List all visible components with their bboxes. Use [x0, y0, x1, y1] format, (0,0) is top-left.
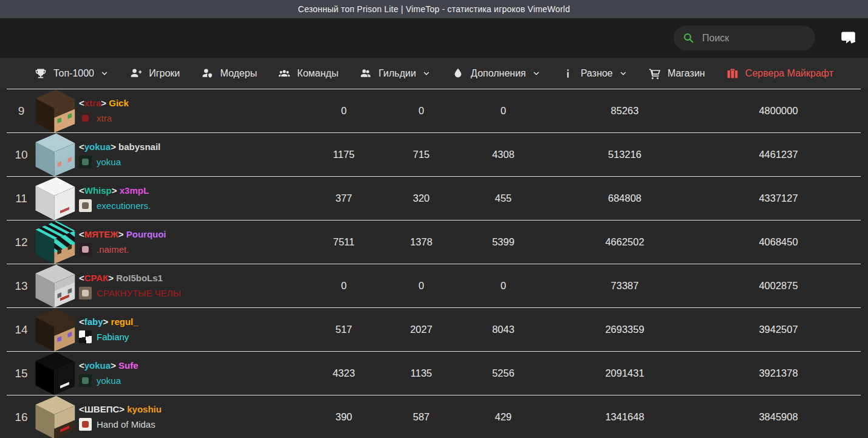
guild-line[interactable]: executioners. [79, 199, 298, 212]
stat-cell: 4662502 [553, 236, 696, 248]
nav-item-guilds[interactable]: Гильдии [360, 67, 431, 80]
player-name[interactable]: Sufe [118, 360, 138, 371]
rank-number: 13 [7, 279, 36, 293]
player-info: <faby> regul_Fabiany [76, 317, 298, 343]
table-row[interactable]: 11<Whisp> x3mpLexecutioners.377320455684… [7, 177, 861, 221]
nav-item-label: Разное [581, 68, 613, 79]
guild-line[interactable]: Fabiany [79, 330, 298, 343]
chat-button[interactable] [839, 29, 857, 47]
player-name-line[interactable]: <Whisp> x3mpL [79, 185, 298, 196]
guild-avatar [79, 243, 92, 256]
clan-bracket: < [79, 142, 84, 152]
table-row[interactable]: 12<МЯТЕЖ> Pourquoi.naimet.75111378539946… [7, 221, 861, 264]
nav-item-top1000[interactable]: Топ-1000 [35, 67, 109, 80]
search-box[interactable] [674, 26, 815, 50]
player-name[interactable]: babysnail [118, 142, 160, 152]
clan-bracket: < [79, 360, 84, 371]
nav-item-players[interactable]: Игроки [130, 67, 180, 80]
people-two-icon [360, 67, 372, 80]
player-avatar[interactable] [36, 310, 75, 350]
minecraft-head [45, 94, 66, 128]
player-avatar[interactable] [36, 91, 75, 131]
guild-line[interactable]: Hand of Midas [79, 418, 298, 431]
stat-cell: 715 [389, 149, 453, 160]
guild-line[interactable]: xtra [79, 112, 298, 125]
trophy-icon [35, 67, 47, 80]
guild-name[interactable]: Fabiany [97, 332, 129, 342]
player-info: <ШВЕПС> kyoshiuHand of Midas [76, 404, 298, 431]
nav-item-servers[interactable]: Сервера Майкрафт [726, 67, 833, 80]
table-row[interactable]: 9<xtra> Gickxtra000852634800000 [7, 89, 861, 133]
table-row[interactable]: 10<yokua> babysnailyokua1175715430851321… [7, 133, 861, 177]
avatar-eyes [54, 242, 75, 256]
guild-name[interactable]: yokua [97, 375, 121, 386]
stat-cell: 684808 [553, 193, 696, 204]
guild-line[interactable]: yokua [79, 156, 298, 168]
player-name-line[interactable]: <МЯТЕЖ> Pourquoi [79, 229, 298, 239]
clan-tag: СРАК [84, 273, 109, 283]
player-name[interactable]: Gick [109, 98, 129, 108]
nav-item-teams[interactable]: Команды [278, 67, 338, 80]
stat-cell: 4002875 [696, 280, 861, 292]
nav-item-addons[interactable]: Дополнения [452, 67, 541, 80]
player-name-line[interactable]: <yokua> babysnail [79, 142, 298, 152]
stat-cell: 377 [298, 193, 389, 204]
player-avatar[interactable] [36, 135, 75, 175]
player-name-line[interactable]: <СРАК> RoI5boLs1 [79, 273, 298, 283]
player-info: <СРАК> RoI5boLs1СРАКНУТЫЕ ЧЕЛЫ [76, 273, 298, 299]
player-name[interactable]: RoI5boLs1 [116, 273, 163, 283]
player-name[interactable]: regul_ [111, 317, 138, 327]
search-icon [683, 32, 694, 44]
player-name-line[interactable]: <yokua> Sufe [79, 360, 298, 371]
nav-item-misc[interactable]: Разное [562, 67, 627, 80]
info-icon [562, 67, 574, 80]
guild-avatar [79, 374, 92, 387]
table-row[interactable]: 13<СРАК> RoI5boLs1СРАКНУТЫЕ ЧЕЛЫ00073387… [7, 264, 861, 308]
stat-cell: 1175 [298, 149, 389, 160]
avatar-eyes [54, 155, 75, 168]
player-name-line[interactable]: <faby> regul_ [79, 317, 298, 327]
guild-name[interactable]: yokua [97, 157, 121, 167]
table-row[interactable]: 14<faby> regul_Fabiany517202780432693359… [7, 308, 861, 352]
stat-cell: 320 [389, 193, 453, 204]
search-input[interactable] [701, 32, 829, 44]
stat-cell: 8043 [453, 324, 553, 335]
guild-name[interactable]: .naimet. [97, 244, 129, 255]
clan-bracket: > [118, 229, 124, 239]
guild-name[interactable]: Hand of Midas [97, 419, 155, 429]
player-avatar[interactable] [36, 397, 75, 437]
nav-item-mods[interactable]: Модеры [201, 67, 257, 80]
guild-avatar [79, 199, 92, 212]
guild-name[interactable]: xtra [97, 113, 112, 123]
table-row[interactable]: 15<yokua> Sufeyokua432311355256209143139… [7, 352, 861, 395]
player-avatar[interactable] [36, 266, 75, 306]
people-group-icon [278, 67, 290, 80]
player-avatar[interactable] [36, 179, 75, 219]
rank-number: 12 [7, 236, 36, 249]
player-name-line[interactable]: <ШВЕПС> kyoshiu [79, 404, 298, 414]
player-name[interactable]: Pourquoi [126, 229, 166, 239]
table-row[interactable]: 16<ШВЕПС> kyoshiuHand of Midas3905874291… [7, 395, 861, 438]
player-info: <Whisp> x3mpLexecutioners. [76, 185, 298, 212]
clan-bracket: < [79, 185, 84, 196]
guild-line[interactable]: .naimet. [79, 243, 298, 256]
guild-name[interactable]: executioners. [97, 200, 151, 211]
guild-line[interactable]: yokua [79, 374, 298, 387]
player-name[interactable]: kyoshiu [127, 404, 162, 414]
player-name[interactable]: x3mpL [120, 185, 149, 196]
minecraft-head [45, 357, 66, 390]
nav-item-label: Модеры [220, 68, 257, 79]
clan-tag: МЯТЕЖ [84, 229, 118, 239]
guild-name[interactable]: СРАКНУТЫЕ ЧЕЛЫ [97, 288, 181, 298]
chevron-down-icon [423, 69, 431, 78]
player-name-line[interactable]: <xtra> Gick [79, 98, 298, 108]
guild-avatar [79, 112, 92, 125]
rank-number: 15 [7, 367, 36, 380]
guild-line[interactable]: СРАКНУТЫЕ ЧЕЛЫ [79, 287, 298, 299]
player-avatar[interactable] [36, 222, 75, 262]
player-avatar[interactable] [36, 354, 75, 394]
nav-item-shop[interactable]: Магазин [649, 67, 705, 80]
person-shield-icon [201, 67, 213, 80]
stat-cell: 3942507 [696, 324, 861, 335]
nav-item-label: Игроки [149, 68, 180, 79]
